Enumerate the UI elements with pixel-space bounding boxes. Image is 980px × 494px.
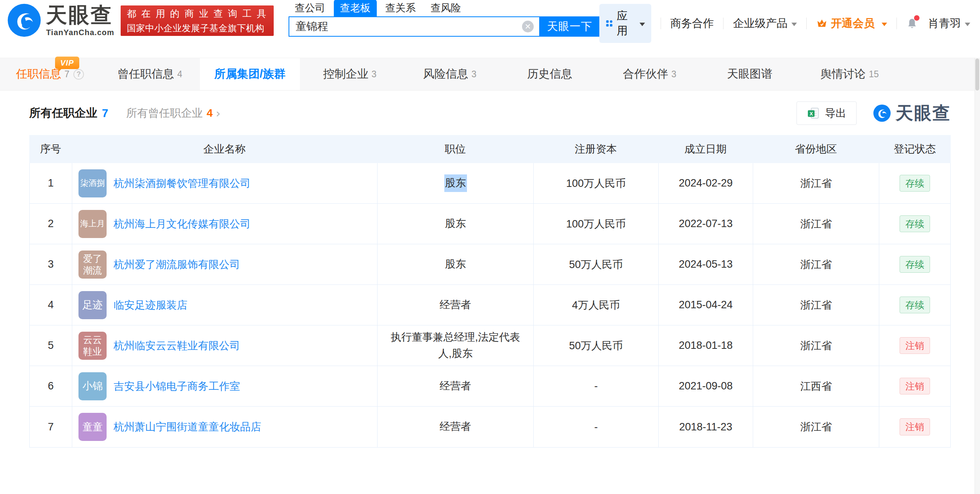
notifications-bell[interactable] (906, 18, 918, 29)
search-area: 查公司查老板查关系查风险 ✕ 天眼一下 (289, 2, 599, 37)
enterprise-label: 企业级产品 (733, 16, 788, 31)
company-link[interactable]: 杭州爱了潮流服饰有限公司 (114, 258, 240, 272)
company-link[interactable]: 吉安县小锦电子商务工作室 (114, 379, 240, 393)
promo-line2: 国家中小企业发展子基金旗下机构 (127, 22, 267, 34)
promo-banner: 都在用的商业查询工具 国家中小企业发展子基金旗下机构 (121, 5, 274, 36)
tab-count: 4 (177, 69, 182, 80)
status-badge: 注销 (900, 378, 930, 394)
tab-8[interactable]: 天眼图谱 (700, 58, 800, 90)
tianyancha-logo[interactable]: 天眼查 TianYanCha.com (7, 3, 114, 37)
grid-icon (606, 18, 613, 29)
search-button[interactable]: 天眼一下 (540, 16, 599, 37)
table-row: 6 小锦 吉安县小锦电子商务工作室 经营者 - 2021-09-08 江西省 注… (30, 366, 950, 407)
date-cell: 2022-07-13 (659, 204, 753, 244)
nav-enterprise-products[interactable]: 企业级产品 (733, 16, 797, 31)
brand-text: 天眼查 TianYanCha.com (46, 4, 114, 36)
column-header: 企业名称 (72, 142, 377, 156)
export-label: 导出 (825, 106, 846, 120)
tab-label: 所属集团/族群 (214, 66, 285, 82)
status-badge: 存续 (900, 175, 930, 192)
tab-label: 曾任职信息 (118, 66, 174, 82)
status-cell: 存续 (879, 285, 950, 325)
tab-4[interactable]: 控制企业3 (300, 58, 400, 90)
tab-5[interactable]: 风险信息3 (400, 58, 500, 90)
company-link[interactable]: 临安足迹服装店 (114, 298, 187, 312)
search-type-tab-2[interactable]: 查老板 (334, 0, 377, 16)
nav-open-vip[interactable]: 开通会员 (816, 16, 887, 31)
company-cell: 童童 杭州萧山宁围街道童童化妆品店 (72, 407, 378, 447)
nav-business-coop[interactable]: 商务合作 (670, 16, 714, 31)
tab-2[interactable]: 曾任职信息4 (100, 58, 200, 90)
date-cell: 2018-11-23 (659, 407, 753, 447)
search-bar: ✕ 天眼一下 (289, 16, 599, 37)
notification-dot (914, 15, 919, 21)
company-cell: 小锦 吉安县小锦电子商务工作室 (72, 366, 378, 406)
date-cell: 2018-01-18 (659, 325, 753, 366)
former-positions-link[interactable]: 所有曾任职企业 4 › (126, 106, 221, 121)
tab-count: 3 (672, 69, 677, 80)
status-badge: 存续 (900, 297, 930, 313)
search-type-tab-3[interactable]: 查关系 (379, 0, 422, 16)
tab-7[interactable]: 合作伙伴3 (600, 58, 700, 90)
clear-search-icon[interactable]: ✕ (522, 21, 534, 32)
tab-3[interactable]: 所属集团/族群 (200, 58, 300, 90)
search-type-tabs: 查公司查老板查关系查风险 (289, 2, 599, 16)
vip-label: 开通会员 (831, 16, 875, 31)
divider (806, 18, 807, 29)
position-cell: 执行董事兼总经理,法定代表人,股东 (378, 325, 534, 366)
row-index-cell: 6 (30, 366, 72, 406)
tab-1[interactable]: VIP任职信息7? (0, 58, 100, 90)
former-positions-label: 所有曾任职企业 (126, 106, 203, 121)
company-link[interactable]: 杭州萧山宁围街道童童化妆品店 (114, 420, 261, 434)
help-icon[interactable]: ? (73, 69, 84, 80)
former-positions-count: 4 (207, 107, 213, 119)
tianyancha-eye-icon (873, 104, 891, 122)
user-menu[interactable]: 肖青羽 (928, 16, 970, 31)
status-badge: 存续 (900, 215, 930, 232)
company-logo: 童童 (78, 413, 107, 441)
position-cell: 经营者 (378, 366, 534, 406)
crown-icon (816, 18, 828, 29)
row-index-cell: 7 (30, 407, 72, 447)
capital-cell: - (534, 407, 659, 447)
date-cell: 2021-09-08 (659, 366, 753, 406)
export-button[interactable]: X 导出 (796, 101, 857, 125)
search-type-tab-1[interactable]: 查公司 (289, 0, 331, 16)
chevron-down-icon (640, 23, 645, 26)
column-header: 序号 (29, 142, 72, 156)
scrollbar-thumb[interactable] (975, 59, 979, 91)
scrollbar-track[interactable] (975, 58, 980, 494)
company-logo: 爱了潮流 (78, 251, 107, 279)
chevron-down-icon (965, 23, 970, 26)
status-badge: 存续 (900, 256, 930, 273)
company-logo: 海上月 (78, 210, 107, 238)
status-cell: 存续 (879, 163, 950, 203)
company-link[interactable]: 杭州海上月文化传媒有限公司 (114, 217, 251, 231)
tab-label: 历史信息 (527, 66, 572, 82)
table-body: 1 柒酒捌 杭州柒酒捌餐饮管理有限公司 股东 100万人民币 2024-02-2… (29, 163, 951, 448)
company-cell: 云云鞋业 杭州临安云云鞋业有限公司 (72, 325, 378, 366)
position-cell: 股东 (378, 244, 534, 284)
company-link[interactable]: 杭州柒酒捌餐饮管理有限公司 (114, 176, 251, 190)
tab-label: 合作伙伴 (623, 66, 668, 82)
province-cell: 浙江省 (753, 244, 879, 284)
date-cell: 2024-05-13 (659, 244, 753, 284)
watermark-text: 天眼查 (896, 101, 951, 125)
column-header: 职位 (377, 142, 533, 156)
section-header: 所有任职企业 7 所有曾任职企业 4 › X 导出 (29, 97, 951, 130)
apps-menu[interactable]: 应用 (599, 4, 651, 43)
chevron-right-icon: › (216, 107, 221, 120)
capital-cell: - (534, 366, 659, 406)
svg-text:X: X (809, 111, 813, 117)
company-logo: 足迹 (78, 291, 107, 319)
search-input[interactable] (289, 20, 522, 33)
brand-domain: TianYanCha.com (46, 28, 114, 36)
tab-6[interactable]: 历史信息 (500, 58, 600, 90)
company-link[interactable]: 杭州临安云云鞋业有限公司 (114, 339, 240, 353)
search-type-tab-4[interactable]: 查风险 (424, 0, 467, 16)
status-badge: 注销 (900, 337, 930, 354)
capital-cell: 50万人民币 (534, 325, 659, 366)
tab-9[interactable]: 舆情讨论15 (800, 58, 900, 90)
capital-cell: 50万人民币 (534, 244, 659, 284)
capital-cell: 4万人民币 (534, 285, 659, 325)
